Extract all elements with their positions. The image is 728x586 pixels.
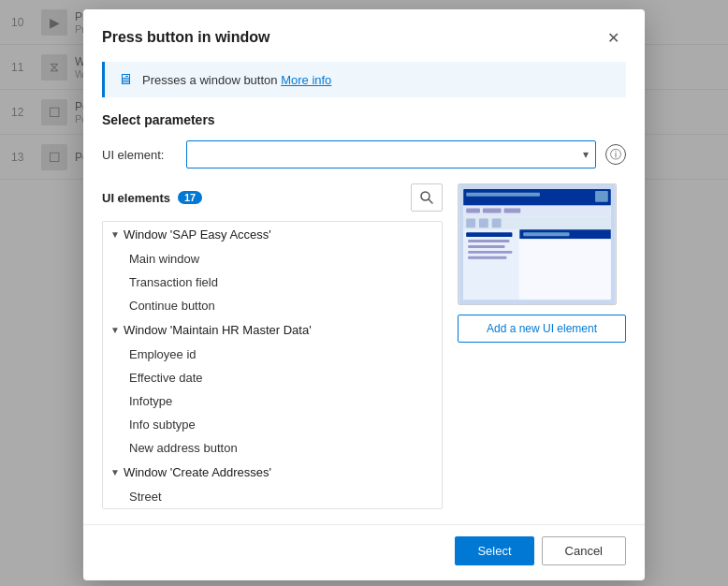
robot-icon: 🖥 bbox=[118, 71, 133, 88]
chevron-icon: ▼ bbox=[110, 467, 120, 477]
info-message: Presses a window button bbox=[142, 73, 278, 87]
svg-rect-12 bbox=[466, 218, 475, 227]
right-panel: Add a new UI element bbox=[458, 183, 626, 509]
tree-item-city[interactable]: City bbox=[103, 508, 442, 509]
svg-rect-10 bbox=[504, 209, 521, 213]
tree-item-continue-button[interactable]: Continue button bbox=[103, 294, 442, 317]
params-title: Select parameters bbox=[102, 112, 626, 127]
ui-element-select-wrapper: ▾ bbox=[186, 140, 596, 168]
left-panel: UI elements 17 ▼ Win bbox=[102, 183, 443, 509]
tree-group-maintain-hr: ▼ Window 'Maintain HR Master Data' Emplo… bbox=[103, 317, 442, 460]
modal-footer: Select Cancel bbox=[83, 524, 645, 580]
tree-group-create-addresses: ▼ Window 'Create Addresses' Street City … bbox=[103, 460, 442, 509]
search-icon bbox=[420, 191, 433, 204]
chevron-icon: ▼ bbox=[110, 229, 120, 240]
preview-image bbox=[458, 183, 617, 305]
ui-elements-label: UI elements bbox=[102, 191, 170, 205]
svg-line-1 bbox=[429, 199, 432, 203]
svg-rect-18 bbox=[468, 245, 504, 248]
ui-elements-tree: ▼ Window 'SAP Easy Access' Main window T… bbox=[102, 221, 443, 509]
tree-item-effective-date[interactable]: Effective date bbox=[103, 366, 442, 389]
field-info-button[interactable]: ⓘ bbox=[605, 144, 626, 165]
preview-svg bbox=[459, 184, 616, 304]
svg-rect-8 bbox=[466, 209, 480, 213]
ui-element-select[interactable] bbox=[186, 140, 596, 168]
select-button[interactable]: Select bbox=[455, 536, 533, 565]
ui-elements-badge: 17 bbox=[178, 191, 202, 204]
modal-dialog: Press button in window ✕ 🖥 Presses a win… bbox=[83, 9, 645, 580]
tree-item-employee-id[interactable]: Employee id bbox=[103, 343, 442, 366]
close-button[interactable]: ✕ bbox=[600, 24, 626, 51]
svg-rect-20 bbox=[468, 256, 506, 259]
tree-item-info-subtype[interactable]: Info subtype bbox=[103, 413, 442, 436]
add-ui-element-button[interactable]: Add a new UI element bbox=[458, 315, 626, 343]
svg-rect-5 bbox=[595, 191, 608, 202]
tree-group-label-create-addresses: Window 'Create Addresses' bbox=[124, 465, 271, 479]
svg-rect-21 bbox=[519, 229, 610, 300]
ui-elements-header: UI elements 17 bbox=[102, 183, 443, 212]
more-info-link[interactable]: More info bbox=[281, 73, 331, 87]
svg-rect-17 bbox=[468, 240, 509, 242]
tree-group-header-maintain-hr[interactable]: ▼ Window 'Maintain HR Master Data' bbox=[103, 317, 442, 343]
tree-item-new-address-button[interactable]: New address button bbox=[103, 436, 442, 460]
tree-item-transaction-field[interactable]: Transaction field bbox=[103, 271, 442, 294]
svg-rect-19 bbox=[468, 251, 512, 254]
modal-header: Press button in window ✕ bbox=[83, 9, 645, 62]
tree-group-label-maintain-hr: Window 'Maintain HR Master Data' bbox=[124, 323, 312, 337]
tree-item-main-window[interactable]: Main window bbox=[103, 247, 442, 271]
svg-rect-16 bbox=[466, 232, 512, 237]
modal-overlay: Press button in window ✕ 🖥 Presses a win… bbox=[0, 0, 728, 586]
info-text: Presses a window button More info bbox=[142, 73, 331, 87]
ui-element-label: UI element: bbox=[102, 148, 177, 162]
tree-group-header-sap-easy-access[interactable]: ▼ Window 'SAP Easy Access' bbox=[103, 222, 442, 247]
info-banner: 🖥 Presses a window button More info bbox=[102, 62, 626, 97]
svg-rect-14 bbox=[492, 218, 502, 227]
chevron-icon: ▼ bbox=[110, 325, 120, 335]
tree-item-street[interactable]: Street bbox=[103, 485, 442, 508]
tree-item-infotype[interactable]: Infotype bbox=[103, 389, 442, 413]
main-content: UI elements 17 ▼ Win bbox=[83, 183, 645, 524]
tree-group-sap-easy-access: ▼ Window 'SAP Easy Access' Main window T… bbox=[103, 222, 442, 317]
ui-element-row: UI element: ▾ ⓘ bbox=[102, 140, 626, 168]
modal-title: Press button in window bbox=[102, 29, 270, 46]
svg-rect-3 bbox=[463, 189, 611, 206]
svg-rect-4 bbox=[466, 193, 540, 197]
tree-group-header-create-addresses[interactable]: ▼ Window 'Create Addresses' bbox=[103, 460, 442, 485]
svg-rect-23 bbox=[523, 232, 569, 236]
svg-rect-13 bbox=[479, 218, 488, 227]
params-section: Select parameters UI element: ▾ ⓘ bbox=[83, 112, 645, 183]
svg-rect-9 bbox=[483, 209, 502, 213]
search-button[interactable] bbox=[411, 183, 443, 212]
tree-group-label-sap-easy-access: Window 'SAP Easy Access' bbox=[124, 227, 271, 242]
cancel-button[interactable]: Cancel bbox=[542, 536, 626, 565]
